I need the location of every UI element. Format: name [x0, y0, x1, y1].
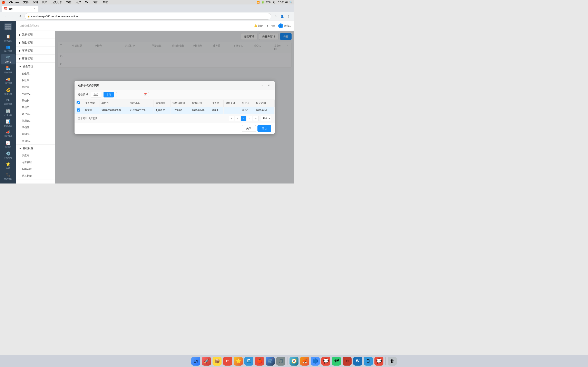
more-button[interactable]: ⋮	[286, 13, 292, 19]
capital-sub-9[interactable]: 期初预...	[16, 131, 55, 138]
sidebar-item-daily[interactable]: 📋 日常办公	[1, 33, 16, 43]
base-sub-0[interactable]: 供应商...	[16, 152, 55, 159]
sidebar-item-warehouse[interactable]: 🏪 库存管理	[1, 65, 16, 75]
address-bar[interactable]: 🔒 cloud.waiqin365.com/portal/main.action	[25, 13, 271, 20]
th-pending-amount: 待核销金额	[170, 100, 190, 107]
sales-icon: 🛒	[6, 55, 10, 60]
row-date: 2020-01-20	[190, 107, 210, 114]
modal-title: 选择待核销单据	[78, 83, 258, 87]
base-sub-2[interactable]: 车辆管理	[16, 166, 55, 173]
table-row[interactable]: 发货单 XH202001200007 XH202001200... 1,200.…	[75, 107, 275, 114]
capital-sub-4[interactable]: 其他收...	[16, 97, 55, 104]
capital-sub-5[interactable]: 其他支...	[16, 104, 55, 111]
sidebar-item-data[interactable]: 📊 数据上报	[1, 118, 16, 128]
last-page-button[interactable]: »	[253, 116, 259, 121]
prev-page-button[interactable]: ‹	[235, 116, 240, 121]
tab-365[interactable]: 365 365 ×	[2, 6, 38, 12]
user-action[interactable]: 👤 老板1	[278, 24, 291, 28]
marketing-icon: 📣	[6, 130, 10, 134]
row-checkbox[interactable]	[77, 108, 80, 111]
menu-chrome[interactable]: Chrome	[8, 1, 20, 4]
modal-body: 业务类型 单据号 关联订单 单据金额 待核销金额 单据日期 业务员 单据备注 提	[75, 100, 275, 114]
sidebar-item-system[interactable]: ⚙️ 系统管理	[1, 150, 16, 160]
row-submit-time: 2020-01-2...	[254, 107, 274, 114]
modal-confirm-button[interactable]: 确认	[258, 125, 271, 132]
menu-help[interactable]: 帮助	[102, 0, 109, 4]
sidebar-item-sales[interactable]: 🛒 进销存	[1, 54, 16, 64]
capital-sub-8[interactable]: 期初应...	[16, 124, 55, 131]
modal-header: 选择待核销单据 − ×	[75, 81, 275, 90]
menu-section-purchase: ▶ 采购管理	[16, 31, 55, 39]
sidebar-item-mall[interactable]: 🛍 商城管理	[1, 97, 16, 107]
bookmark-button[interactable]: ☆	[273, 13, 278, 19]
select-all-checkbox[interactable]	[77, 101, 80, 104]
menu-file[interactable]: 文件	[22, 0, 29, 4]
distribution-icon: 🚚	[6, 77, 10, 81]
modal-close-button[interactable]: ×	[267, 83, 271, 88]
capital-sub-3[interactable]: 交款交...	[16, 91, 55, 97]
menu-view[interactable]: 视图	[41, 0, 48, 4]
menu-history[interactable]: 历史记录	[51, 0, 63, 4]
row-pending-amount: 1,200.00	[170, 107, 190, 114]
menu-edit[interactable]: 编辑	[32, 0, 39, 4]
storage-header[interactable]: ▶ 库存管理	[16, 55, 55, 62]
dashboard-label: 仪表盘	[5, 146, 11, 148]
capital-sub-2[interactable]: 付款单	[16, 84, 55, 91]
notify-action[interactable]: 🔔 消息	[254, 24, 263, 28]
purchase-header[interactable]: ▶ 采购管理	[16, 31, 55, 39]
mall-icon: 🛍	[6, 98, 10, 102]
download-action[interactable]: ⬇ 下载	[267, 24, 275, 28]
apple-menu[interactable]: 🍎	[2, 1, 5, 4]
tab-favicon: 365	[4, 7, 7, 10]
menu-bookmarks[interactable]: 书签	[65, 0, 72, 4]
base-sub-3[interactable]: 结算起始	[16, 173, 55, 179]
capital-sub-1[interactable]: 收款单	[16, 77, 55, 84]
capital-sub-10[interactable]: 期初应...	[16, 138, 55, 144]
sidebar-item-enterprise[interactable]: 🏢 企业互联	[1, 108, 16, 118]
next-page-button[interactable]: ›	[247, 116, 252, 121]
sidebar-item-collection[interactable]: ⭐ 收藏	[1, 161, 16, 171]
sidebar-item-customer[interactable]: 👥 客户管理	[1, 44, 16, 54]
menu-window[interactable]: 窗口	[93, 0, 99, 4]
menu-tab[interactable]: Tab	[84, 1, 90, 4]
capital-sub-7[interactable]: 信用管...	[16, 117, 55, 124]
curr-month-button[interactable]: 本月	[104, 92, 114, 98]
sales-mgmt-header[interactable]: ▶ 销售管理	[16, 39, 55, 47]
modal-minimize-button[interactable]: −	[260, 83, 265, 88]
new-tab-button[interactable]: +	[39, 6, 45, 12]
download-icon: ⬇	[267, 24, 269, 27]
th-date: 单据日期	[190, 100, 210, 107]
row-remark	[223, 107, 240, 114]
modal-cancel-button[interactable]: 关闭	[242, 125, 256, 132]
first-page-button[interactable]: «	[229, 116, 234, 121]
toolbar-icons: ☆ 👤 ⋮	[273, 13, 292, 19]
capital-mgmt-header[interactable]: ▼ 资金管理	[16, 63, 55, 70]
menu-user[interactable]: 用户	[75, 0, 82, 4]
search-icon[interactable]: 🔍	[289, 1, 292, 4]
sidebar-item-dashboard[interactable]: 📈 仪表盘	[1, 139, 16, 150]
base-header[interactable]: ▼ 基础设置	[16, 145, 55, 152]
capital-sub-6[interactable]: 账户转...	[16, 111, 55, 117]
prev-month-button[interactable]: 上月	[91, 92, 101, 98]
tab-close-button[interactable]: ×	[33, 7, 36, 10]
clock: 周一 17:06:46	[273, 1, 288, 4]
storage-arrow: ▶	[19, 57, 21, 60]
base-label: 基础设置	[23, 147, 33, 150]
sidebar-item-contact[interactable]: 📞 联系客服	[1, 171, 16, 182]
account-button[interactable]: 👤	[279, 13, 285, 19]
base-sub-1[interactable]: 仓库管理	[16, 159, 55, 166]
row-related-order: XH202001200...	[128, 107, 154, 114]
page-1-button[interactable]: 1	[241, 116, 246, 121]
daily-label: 日常办公	[4, 40, 12, 42]
date-range-input[interactable]: 📅	[116, 92, 149, 97]
capital-sub-0[interactable]: 资金导...	[16, 70, 55, 77]
refresh-button[interactable]: ↺	[17, 13, 23, 19]
sidebar-item-distribution[interactable]: 🚚 分销管理	[1, 75, 16, 86]
back-button[interactable]: ‹	[2, 13, 8, 19]
sidebar-item-capital[interactable]: 💰 资金管理	[1, 86, 16, 96]
sidebar-item-marketing[interactable]: 📣 营销活动	[1, 129, 16, 139]
vehicle-header[interactable]: ▶ 车辆管理	[16, 47, 55, 54]
page-size-select[interactable]: 100 50 200	[261, 116, 271, 121]
row-type: 发货单	[83, 107, 99, 114]
forward-button[interactable]: ›	[10, 13, 16, 19]
